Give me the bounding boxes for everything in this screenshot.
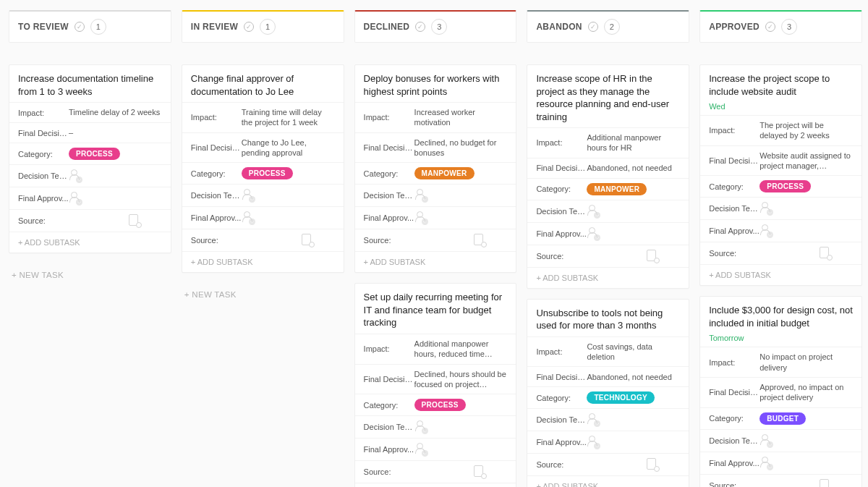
label-category: Category: bbox=[709, 182, 760, 191]
row-final-decision: Final Decision:Declined, no budget for b… bbox=[355, 132, 516, 163]
plus-icon: + bbox=[249, 196, 255, 203]
value-final-decision: Change to Jo Lee, pending approval bbox=[242, 137, 335, 158]
task-card[interactable]: Change final approver of documenta­tion … bbox=[182, 64, 344, 273]
plus-icon: + bbox=[767, 209, 773, 216]
card-title: Deploy bonuses for workers with high­est… bbox=[355, 65, 516, 102]
value-impact: Cost savings, data deletion bbox=[587, 342, 680, 363]
row-impact: Impact:No impact on project delivery bbox=[700, 347, 861, 377]
task-card[interactable]: Include $3,000 for design cost, not in­c… bbox=[699, 296, 862, 487]
assign-person-icon[interactable]: + bbox=[242, 189, 255, 202]
label-category: Category: bbox=[191, 169, 242, 178]
add-subtask-button[interactable]: + ADD SUBTASK bbox=[355, 483, 516, 487]
assign-person-icon[interactable]: + bbox=[587, 413, 600, 426]
document-icon[interactable] bbox=[474, 234, 485, 247]
value-final-decision: Declined, hours should be focused on pro… bbox=[414, 369, 508, 390]
category-tag[interactable]: PROCESS bbox=[414, 399, 466, 411]
label-impact: Impact: bbox=[364, 344, 414, 353]
column-header[interactable]: APPROVED3 bbox=[699, 10, 862, 43]
document-icon[interactable] bbox=[820, 479, 831, 487]
assign-person-icon[interactable]: + bbox=[414, 189, 427, 202]
row-final-decision: Final Decision:Approved, no impact on pr… bbox=[700, 377, 861, 407]
task-card[interactable]: Increase documentation timeline from 1 t… bbox=[9, 64, 171, 253]
document-icon[interactable] bbox=[474, 465, 485, 478]
assign-person-icon[interactable]: + bbox=[69, 192, 82, 205]
assign-person-icon[interactable]: + bbox=[760, 434, 773, 447]
assign-person-icon[interactable]: + bbox=[242, 211, 255, 224]
label-impact: Impact: bbox=[536, 347, 587, 356]
value-impact: No impact on project delivery bbox=[760, 352, 853, 373]
assign-person-icon[interactable]: + bbox=[414, 211, 427, 224]
category-tag[interactable]: PROCESS bbox=[69, 148, 120, 160]
column-header[interactable]: ABANDON2 bbox=[527, 10, 689, 43]
column-header[interactable]: TO REVIEW1 bbox=[9, 10, 171, 43]
assign-person-icon[interactable]: + bbox=[414, 420, 427, 433]
category-tag[interactable]: PROCESS bbox=[760, 180, 811, 192]
category-tag[interactable]: BUDGET bbox=[760, 412, 806, 425]
label-impact: Impact: bbox=[364, 113, 414, 122]
document-icon[interactable] bbox=[302, 234, 313, 247]
row-decision-team: Decision Tea...+ bbox=[355, 184, 516, 206]
label-final-decision: Final Decision: bbox=[18, 129, 69, 137]
check-icon bbox=[415, 22, 425, 32]
category-tag[interactable]: TECHNOLOGY bbox=[587, 391, 655, 404]
add-subtask-button[interactable]: + ADD SUBTASK bbox=[9, 232, 171, 253]
add-subtask-button[interactable]: + ADD SUBTASK bbox=[527, 267, 689, 288]
label-final-decision: Final Decision: bbox=[536, 373, 587, 381]
label-final-approver: Final Approv... bbox=[536, 438, 587, 446]
new-task-button[interactable]: + NEW TASK bbox=[182, 283, 344, 306]
plus-icon: + bbox=[422, 428, 428, 434]
label-category: Category: bbox=[18, 150, 69, 158]
add-subtask-button[interactable]: + ADD SUBTASK bbox=[182, 251, 344, 272]
column-title: TO REVIEW bbox=[18, 22, 69, 32]
label-decision-team: Decision Tea... bbox=[191, 191, 242, 200]
task-card[interactable]: Increase scope of HR in the project as t… bbox=[527, 64, 689, 289]
card-title: Increase documentation timeline from 1 t… bbox=[9, 65, 171, 102]
assign-person-icon[interactable]: + bbox=[587, 205, 600, 218]
assign-person-icon[interactable]: + bbox=[760, 457, 773, 470]
assign-person-icon[interactable]: + bbox=[414, 443, 427, 456]
row-decision-team: Decision Tea...+ bbox=[527, 200, 689, 222]
new-task-button[interactable]: + NEW TASK bbox=[9, 263, 171, 287]
assign-person-icon[interactable]: + bbox=[69, 169, 82, 182]
label-decision-team: Decision Tea... bbox=[536, 415, 587, 424]
column-header[interactable]: IN REVIEW1 bbox=[182, 10, 344, 43]
label-source: Source: bbox=[364, 467, 414, 476]
add-subtask-button[interactable]: + ADD SUBTASK bbox=[355, 251, 516, 272]
row-category: Category:MANPOWER bbox=[527, 178, 689, 200]
value-final-decision: Declined, no budget for bonuses bbox=[414, 137, 508, 158]
document-icon[interactable] bbox=[820, 247, 831, 260]
row-final-approver: Final Approv...+ bbox=[527, 431, 689, 453]
document-icon[interactable] bbox=[647, 458, 658, 471]
column-title: DECLINED bbox=[364, 22, 410, 32]
assign-person-icon[interactable]: + bbox=[760, 202, 773, 215]
label-final-approver: Final Approv... bbox=[709, 459, 760, 467]
document-icon[interactable] bbox=[647, 250, 658, 263]
task-card[interactable]: Increase the project scope to include we… bbox=[699, 64, 862, 286]
value-impact: Training time will delay the project for… bbox=[242, 107, 335, 128]
card-title: Change final approver of documenta­tion … bbox=[182, 65, 344, 102]
category-tag[interactable]: MANPOWER bbox=[587, 183, 647, 195]
label-final-decision: Final Decision: bbox=[364, 375, 414, 384]
category-tag[interactable]: PROCESS bbox=[242, 167, 293, 179]
assign-person-icon[interactable]: + bbox=[760, 224, 773, 237]
label-final-approver: Final Approv... bbox=[709, 226, 760, 235]
label-final-decision: Final Decision: bbox=[536, 164, 587, 172]
row-final-approver: Final Approv...+ bbox=[182, 206, 344, 229]
task-card[interactable]: Unsubscribe to tools not being used for … bbox=[527, 299, 689, 487]
add-subtask-button[interactable]: + ADD SUBTASK bbox=[700, 264, 861, 285]
category-tag[interactable]: MANPOWER bbox=[414, 167, 475, 179]
assign-person-icon[interactable]: + bbox=[587, 227, 600, 240]
column-header[interactable]: DECLINED3 bbox=[354, 10, 517, 43]
column-in-review: IN REVIEW1Change final approver of docum… bbox=[182, 10, 344, 487]
task-card[interactable]: Set up daily recurring meeting for IT an… bbox=[354, 283, 517, 487]
card-title: Unsubscribe to tools not being used for … bbox=[527, 300, 689, 336]
row-source: Source: bbox=[527, 245, 689, 267]
value-final-decision: Website audit assigned to project manage… bbox=[760, 151, 853, 171]
label-source: Source: bbox=[536, 252, 587, 261]
row-final-approver: Final Approv...+ bbox=[355, 206, 516, 229]
add-subtask-button[interactable]: + ADD SUBTASK bbox=[527, 475, 689, 487]
document-icon[interactable] bbox=[129, 214, 140, 227]
column-declined: DECLINED3Deploy bonuses for workers with… bbox=[354, 10, 517, 487]
task-card[interactable]: Deploy bonuses for workers with high­est… bbox=[354, 64, 517, 273]
assign-person-icon[interactable]: + bbox=[587, 436, 600, 449]
